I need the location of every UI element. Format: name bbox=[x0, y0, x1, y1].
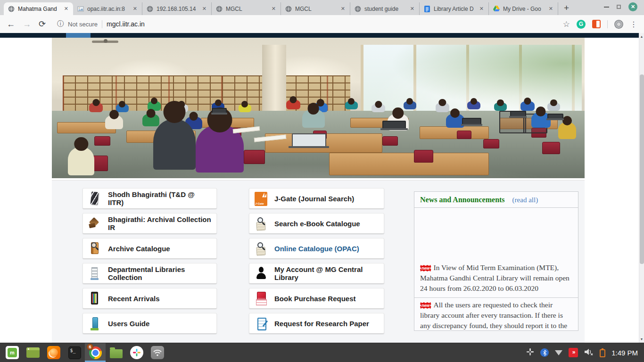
security-label[interactable]: Not secure bbox=[68, 21, 98, 28]
photo-person bbox=[520, 101, 534, 111]
anydesk-icon[interactable]: » bbox=[569, 348, 578, 357]
photo-person bbox=[302, 109, 324, 128]
forward-icon[interactable]: → bbox=[23, 20, 31, 28]
terminal-icon: $_ bbox=[68, 346, 81, 359]
bookmark-star-icon[interactable]: ☆ bbox=[563, 19, 570, 29]
firefox-icon bbox=[47, 346, 60, 359]
link-research-paper[interactable]: Request for Research Paper bbox=[249, 313, 384, 334]
photo-person bbox=[436, 102, 449, 112]
show-desktop-button[interactable] bbox=[23, 343, 43, 362]
site-navbar-active-item[interactable] bbox=[66, 33, 91, 38]
tab-close-icon[interactable]: ✕ bbox=[63, 5, 69, 13]
new-badge: new bbox=[420, 302, 431, 309]
link-column-middle: J-Gate (Journal Search)Search e-Book Cat… bbox=[249, 188, 384, 338]
news-read-all-link[interactable]: (read all) bbox=[512, 196, 538, 204]
browser-tab[interactable]: My Drive - Goo✕ bbox=[489, 2, 558, 15]
news-item-text: newIn View of Mid Term Examination (MTE)… bbox=[420, 263, 572, 294]
terminal-launcher[interactable]: $_ bbox=[64, 343, 85, 362]
bluetooth-icon[interactable] bbox=[540, 348, 549, 357]
link-departmental-libraries[interactable]: Departmental Libraries Collection bbox=[83, 263, 217, 284]
opac-search-icon bbox=[255, 241, 267, 256]
scrollbar-thumb[interactable] bbox=[640, 74, 644, 264]
address-bar[interactable]: ⓘ Not secure mgcl.iitr.ac.in bbox=[53, 20, 555, 28]
page-scrollbar[interactable]: ▲ ▼ bbox=[639, 33, 644, 343]
link-jgate[interactable]: J-Gate (Journal Search) bbox=[249, 188, 384, 209]
file-manager-launcher[interactable] bbox=[106, 343, 126, 362]
new-tab-button[interactable]: + bbox=[558, 3, 575, 15]
tab-close-icon[interactable]: ✕ bbox=[548, 5, 554, 13]
search-ebook-icon bbox=[255, 216, 267, 231]
omnibox-divider bbox=[102, 20, 102, 28]
tab-close-icon[interactable]: ✕ bbox=[201, 5, 207, 13]
tab-title: MGCL bbox=[295, 6, 337, 12]
round-extension-icon[interactable] bbox=[614, 20, 623, 29]
tab-close-icon[interactable]: ✕ bbox=[340, 5, 346, 13]
research-paper-icon bbox=[255, 316, 267, 331]
link-label: Search e-Book Catalogue bbox=[274, 220, 360, 228]
close-icon[interactable]: ✕ bbox=[628, 2, 637, 11]
tab-close-icon[interactable]: ✕ bbox=[271, 5, 277, 13]
volume-muted-icon[interactable] bbox=[584, 348, 594, 358]
photo-ceiling-fan bbox=[92, 41, 119, 43]
photo-person bbox=[404, 101, 416, 109]
tab-close-icon[interactable]: ✕ bbox=[479, 5, 485, 13]
globe-icon bbox=[215, 5, 223, 13]
chrome-launcher[interactable]: 6 bbox=[85, 343, 106, 362]
tab-close-icon[interactable]: ✕ bbox=[132, 5, 138, 13]
mint-menu-button[interactable]: m bbox=[2, 343, 23, 362]
slack-tray-icon[interactable] bbox=[526, 348, 534, 358]
restore-icon[interactable] bbox=[617, 5, 621, 9]
desktop-icon bbox=[26, 347, 40, 358]
browser-tab[interactable]: MGCL✕ bbox=[212, 2, 281, 15]
grammarly-extension-icon[interactable]: G bbox=[577, 20, 586, 29]
browser-tab[interactable]: Mahatma Gand✕ bbox=[4, 2, 73, 15]
tab-close-icon[interactable]: ✕ bbox=[409, 5, 415, 13]
link-archive-catalogue[interactable]: Archive Catalogue bbox=[83, 238, 217, 259]
chrome-menu-icon[interactable]: ⋮ bbox=[630, 20, 637, 29]
photo-chair bbox=[94, 136, 110, 146]
slack-launcher[interactable] bbox=[126, 343, 147, 362]
browser-tab[interactable]: MGCL✕ bbox=[281, 2, 350, 15]
news-title: News and Announcements bbox=[420, 196, 505, 204]
photo-chair bbox=[483, 139, 499, 149]
minimize-icon[interactable] bbox=[604, 7, 609, 8]
url-text[interactable]: mgcl.iitr.ac.in bbox=[107, 20, 145, 28]
picture-icon bbox=[77, 5, 84, 13]
scroll-down-icon[interactable]: ▼ bbox=[639, 337, 644, 341]
link-my-account[interactable]: My Account @ MG Central Library bbox=[249, 263, 384, 284]
link-archival-collection[interactable]: Bhagirathi: Archival Collection IR bbox=[83, 213, 217, 234]
firefox-launcher[interactable] bbox=[43, 343, 64, 362]
taskbar: m $_ 6 » 1:49 PM bbox=[0, 343, 644, 362]
link-search-ebook[interactable]: Search e-Book Catalogue bbox=[249, 213, 384, 234]
photo-laptop bbox=[212, 108, 227, 114]
link-book-purchase[interactable]: Book Purchase Request bbox=[249, 288, 384, 309]
scroll-up-icon[interactable]: ▲ bbox=[639, 35, 644, 38]
browser-tab[interactable]: 192.168.105.14✕ bbox=[142, 2, 212, 15]
network-signal-icon[interactable] bbox=[555, 350, 562, 355]
browser-tab[interactable]: Library Article D✕ bbox=[420, 2, 489, 15]
link-recent-arrivals[interactable]: Recent Arrivals bbox=[83, 288, 217, 309]
link-users-guide[interactable]: Users Guide bbox=[83, 313, 217, 334]
toolbar-actions: ☆ G ⋮ bbox=[563, 19, 637, 29]
link-opac-search[interactable]: Online Catalogue (OPAC) bbox=[249, 238, 384, 259]
browser-tab[interactable]: student guide✕ bbox=[350, 2, 420, 15]
reload-icon[interactable]: ⟳ bbox=[39, 20, 46, 28]
network-manager-launcher[interactable] bbox=[147, 343, 168, 362]
link-label: Book Purchase Request bbox=[274, 295, 356, 303]
photo-person bbox=[372, 104, 385, 112]
taskbar-clock[interactable]: 1:49 PM bbox=[611, 349, 638, 357]
orange-extension-icon[interactable] bbox=[592, 20, 601, 28]
news-header: News and Announcements (read all) bbox=[414, 192, 578, 208]
photo-pillar bbox=[262, 45, 286, 119]
info-icon[interactable]: ⓘ bbox=[57, 20, 64, 28]
new-badge: new bbox=[420, 265, 431, 272]
browser-tab[interactable]: opac.iitr.ac.in:8✕ bbox=[73, 2, 142, 15]
link-shodh-bhagirathi[interactable]: Shodh Bhagirathi (T&D @ IITR) bbox=[83, 188, 217, 209]
photo-chair bbox=[542, 142, 560, 155]
battery-icon[interactable] bbox=[600, 349, 605, 357]
back-icon[interactable]: ← bbox=[7, 20, 15, 28]
tab-title: 192.168.105.14 bbox=[157, 6, 198, 12]
link-label: Users Guide bbox=[108, 320, 149, 328]
photo-laptop bbox=[547, 114, 563, 119]
photo-person bbox=[286, 99, 300, 109]
